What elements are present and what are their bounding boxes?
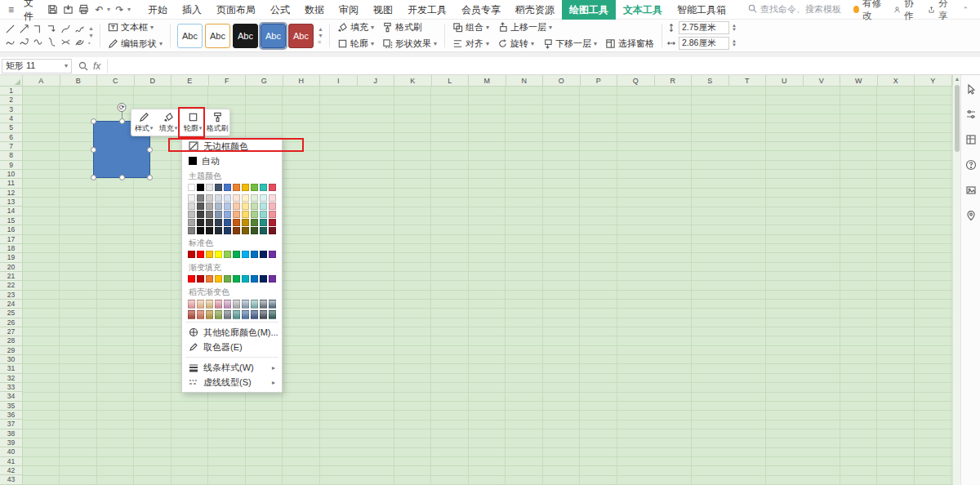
scribble-tool-icon[interactable] (33, 37, 43, 47)
theme-tint-swatch[interactable] (251, 211, 258, 218)
shell-gradient-swatch[interactable] (224, 300, 231, 309)
modified-status[interactable]: 有修改 (853, 0, 884, 22)
theme-tint-swatch[interactable] (188, 219, 195, 226)
align-button[interactable]: 对齐▾ (449, 37, 492, 51)
auto-color-item[interactable]: 自动 (182, 154, 282, 168)
theme-tint-swatch[interactable] (206, 202, 213, 210)
theme-tint-swatch[interactable] (260, 211, 267, 218)
curved-connector-icon[interactable] (60, 24, 71, 34)
row-header-34[interactable]: 34 (0, 392, 22, 401)
freeform-tool-icon[interactable] (74, 24, 85, 34)
column-header-S[interactable]: S (692, 75, 729, 86)
row-header-31[interactable]: 31 (0, 364, 22, 373)
standard-color-swatch[interactable] (269, 251, 276, 258)
shell-gradient-swatch[interactable] (242, 310, 249, 319)
style-preset-1[interactable]: Abc (177, 24, 203, 48)
theme-tint-swatch[interactable] (197, 227, 204, 234)
row-header-14[interactable]: 14 (0, 207, 22, 216)
row-header-18[interactable]: 18 (0, 244, 22, 253)
shell-gradient-swatch[interactable] (215, 310, 222, 319)
gradient-color-swatch[interactable] (269, 275, 276, 283)
name-box-caret-icon[interactable]: ▾ (65, 62, 68, 69)
standard-color-swatch[interactable] (215, 251, 222, 258)
column-header-Y[interactable]: Y (915, 75, 952, 86)
redo-icon[interactable]: ↷ (114, 2, 126, 17)
theme-tint-swatch[interactable] (269, 194, 276, 202)
width-stepper[interactable]: ▲▼ (732, 39, 737, 47)
style-preset-3[interactable]: Abc (233, 24, 258, 48)
theme-tint-swatch[interactable] (197, 219, 204, 226)
row-header-32[interactable]: 32 (0, 374, 22, 383)
theme-tint-swatch[interactable] (251, 194, 258, 202)
style-preset-4-selected[interactable]: Abc (261, 24, 286, 48)
standard-color-swatch[interactable] (251, 251, 258, 258)
theme-tint-swatch[interactable] (215, 227, 222, 234)
group-button[interactable]: 组合▾ (449, 20, 492, 34)
curve-arrow-tool-icon[interactable] (19, 37, 29, 47)
row-header-9[interactable]: 9 (0, 161, 22, 170)
theme-tint-swatch[interactable] (233, 227, 240, 234)
tab-drawing-tools[interactable]: 绘图工具 (562, 0, 616, 20)
theme-tint-swatch[interactable] (233, 194, 240, 202)
line-tool-icon[interactable] (5, 24, 16, 34)
redo-caret-icon[interactable]: ▾ (127, 6, 131, 13)
float-outline-button[interactable]: 轮廓▾ (180, 109, 205, 136)
theme-tint-swatch[interactable] (206, 211, 213, 218)
formula-input[interactable] (108, 59, 978, 73)
gradient-color-swatch[interactable] (215, 275, 222, 283)
shape-height-input[interactable] (679, 21, 729, 34)
theme-tint-swatch[interactable] (269, 219, 276, 226)
theme-tint-swatch[interactable] (260, 202, 267, 210)
theme-color-swatch[interactable] (242, 184, 249, 191)
location-pin-icon[interactable] (965, 210, 977, 224)
theme-tint-swatch[interactable] (206, 227, 213, 234)
theme-tint-swatch[interactable] (224, 194, 231, 202)
theme-color-swatch[interactable] (224, 184, 231, 191)
theme-tint-swatch[interactable] (242, 202, 249, 210)
theme-tint-swatch[interactable] (188, 227, 195, 234)
image-icon[interactable] (965, 185, 977, 198)
float-fill-button[interactable]: 填充▾ (156, 109, 180, 136)
bring-forward-button[interactable]: 上移一层▾ (494, 20, 555, 34)
column-header-J[interactable]: J (358, 75, 395, 86)
row-header-5[interactable]: 5 (0, 123, 22, 132)
menu-tab-稻壳资源[interactable]: 稻壳资源 (508, 0, 562, 20)
undo-icon[interactable]: ↶ (93, 2, 105, 17)
elbow-connector-icon[interactable] (33, 24, 43, 34)
row-header-26[interactable]: 26 (0, 318, 22, 327)
rotation-handle[interactable]: ⟳ (118, 103, 127, 112)
theme-color-swatch[interactable] (260, 184, 267, 191)
arrow-line-tool-icon[interactable] (19, 24, 29, 34)
theme-color-swatch[interactable] (197, 184, 204, 191)
line-style-item[interactable]: 线条样式(W) ▸ (182, 360, 282, 375)
resize-handle-sw[interactable] (91, 175, 96, 180)
row-header-12[interactable]: 12 (0, 189, 22, 198)
row-header-11[interactable]: 11 (0, 179, 22, 188)
theme-tint-swatch[interactable] (260, 227, 267, 234)
theme-tint-swatch[interactable] (269, 227, 276, 234)
command-search[interactable]: 查找命令、搜索模板 (748, 3, 850, 16)
style-preset-5[interactable]: Abc (288, 24, 314, 48)
shell-gradient-swatch[interactable] (242, 300, 249, 309)
shell-gradient-swatch[interactable] (260, 300, 267, 309)
column-header-R[interactable]: R (655, 75, 693, 86)
theme-tint-swatch[interactable] (242, 219, 249, 226)
theme-color-swatch[interactable] (269, 184, 276, 191)
shell-gradient-swatch[interactable] (233, 310, 240, 319)
theme-color-swatch[interactable] (206, 184, 213, 191)
textbox-button[interactable]: 文本框▾ (105, 20, 166, 34)
shell-gradient-swatch[interactable] (206, 310, 213, 319)
theme-tint-swatch[interactable] (251, 227, 258, 234)
tab-smart-toolbox[interactable]: 智能工具箱 (670, 0, 733, 20)
theme-tint-swatch[interactable] (224, 202, 231, 210)
sliders-icon[interactable] (965, 109, 977, 122)
theme-tint-swatch[interactable] (233, 211, 240, 218)
eyedropper-item[interactable]: 取色器(E) (182, 340, 282, 354)
theme-tint-swatch[interactable] (224, 211, 231, 218)
row-header-8[interactable]: 8 (0, 151, 22, 160)
fill-button[interactable]: 填充▾ (334, 20, 377, 34)
column-header-G[interactable]: G (246, 75, 283, 86)
row-header-3[interactable]: 3 (0, 105, 22, 114)
row-header-30[interactable]: 30 (0, 355, 22, 364)
column-header-A[interactable]: A (23, 75, 60, 86)
